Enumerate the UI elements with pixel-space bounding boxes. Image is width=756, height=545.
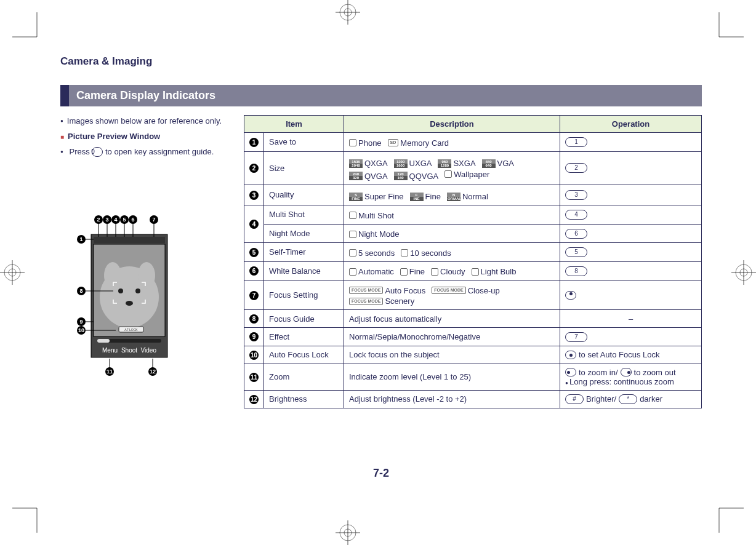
table-row: 12BrightnessAdjust brightness (Level -2 … xyxy=(244,390,702,408)
row-operation: 5 xyxy=(560,243,702,262)
table-row: 3QualitySFINE Super FineFINE FineNORMAL … xyxy=(244,185,702,205)
row-number: 5 xyxy=(244,243,264,262)
svg-text:Menu: Menu xyxy=(102,347,118,354)
row-number: 3 xyxy=(244,185,264,205)
table-row: 1Save to PhoneSD Memory Card1 xyxy=(244,133,702,152)
table-row: 8Focus GuideAdjust focus automatically– xyxy=(244,310,702,328)
keypad-key: 4 xyxy=(565,210,587,220)
row-operation: 3 xyxy=(560,185,702,205)
row-item: Multi Shot xyxy=(264,205,344,225)
chapter-title: Camera & Imaging xyxy=(60,55,702,68)
svg-text:5: 5 xyxy=(123,217,126,223)
row-number: 4 xyxy=(244,205,264,243)
row-operation: 7 xyxy=(560,328,702,346)
table-row: 7Focus SettingFOCUS MODE Auto FocusFOCUS… xyxy=(244,280,702,310)
svg-text:9: 9 xyxy=(79,319,82,325)
row-item: Effect xyxy=(264,328,344,346)
row-operation: 1 xyxy=(560,133,702,152)
note-reference: Images shown below are for reference onl… xyxy=(60,115,233,128)
row-description: Indicate zoom level (Level 1 to 25) xyxy=(344,364,560,390)
row-item: Auto Focus Lock xyxy=(264,346,344,364)
svg-point-15 xyxy=(740,269,747,276)
left-column: Images shown below are for reference onl… xyxy=(60,115,233,408)
row-operation: # Brighter/* darker xyxy=(560,390,702,408)
preview-diagram: AF LOCK Menu Shoot Video 2 3 4 5 6 7 xyxy=(60,205,233,377)
row-number: 8 xyxy=(244,310,264,328)
section-title: Camera Display Indicators xyxy=(69,85,702,106)
nav-key-icon xyxy=(565,351,576,359)
keypad-key: 1 xyxy=(565,137,587,147)
row-operation xyxy=(560,280,702,310)
row-item: Self-Timer xyxy=(264,243,344,262)
page-number: 7-2 xyxy=(60,467,702,480)
manual-page: Camera & Imaging Camera Display Indicato… xyxy=(60,55,702,486)
svg-text:8: 8 xyxy=(79,288,82,294)
table-row: 11ZoomIndicate zoom level (Level 1 to 25… xyxy=(244,364,702,390)
row-description: Night Mode xyxy=(344,224,560,243)
row-operation: 2 xyxy=(560,151,702,185)
keypad-key: * xyxy=(619,394,637,404)
section-heading: Camera Display Indicators xyxy=(60,85,702,106)
svg-text:Video: Video xyxy=(141,347,157,354)
row-number: 12 xyxy=(244,390,264,408)
nav-key-icon xyxy=(565,368,576,376)
row-description: Normal/Sepia/Monochrome/Negative xyxy=(344,328,560,346)
keypad-key: 7 xyxy=(565,332,587,342)
row-number: 2 xyxy=(244,151,264,185)
row-item: Quality xyxy=(264,185,344,205)
row-number: 9 xyxy=(244,328,264,346)
row-description: PhoneSD Memory Card xyxy=(344,133,560,152)
svg-point-31 xyxy=(126,301,133,306)
svg-text:2: 2 xyxy=(97,217,100,223)
svg-point-27 xyxy=(104,262,121,289)
svg-text:10: 10 xyxy=(78,327,84,333)
th-operation: Operation xyxy=(560,116,702,133)
row-description: Multi Shot xyxy=(344,205,560,225)
svg-point-14 xyxy=(736,265,752,280)
svg-text:11: 11 xyxy=(107,368,113,375)
row-description: SFINE Super FineFINE FineNORMAL Normal xyxy=(344,185,560,205)
svg-point-2 xyxy=(340,4,356,20)
row-item: Focus Guide xyxy=(264,310,344,328)
indicator-table-wrapper: Item Description Operation 1Save to Phon… xyxy=(244,115,702,408)
svg-text:7: 7 xyxy=(152,217,155,223)
svg-point-10 xyxy=(4,265,20,280)
row-number: 11 xyxy=(244,364,264,390)
keypad-key: 2 xyxy=(565,163,587,173)
row-operation: 4 xyxy=(560,205,702,225)
subheading-picture-preview: Picture Preview Window xyxy=(60,130,233,143)
svg-rect-36 xyxy=(97,339,110,343)
svg-text:AF LOCK: AF LOCK xyxy=(124,328,138,332)
svg-text:4: 4 xyxy=(114,217,117,223)
row-description: 5 seconds 10 seconds xyxy=(344,243,560,262)
svg-point-28 xyxy=(138,262,155,289)
svg-point-11 xyxy=(9,269,16,276)
table-row: 5Self-Timer 5 seconds 10 seconds5 xyxy=(244,243,702,262)
th-description: Description xyxy=(344,116,560,133)
row-item: Brightness xyxy=(264,390,344,408)
row-description: Adjust focus automatically xyxy=(344,310,560,328)
section-accent xyxy=(60,85,69,106)
row-description: Lock focus on the subject xyxy=(344,346,560,364)
row-item: Focus Setting xyxy=(264,280,344,310)
th-item: Item xyxy=(244,116,344,133)
row-number: 10 xyxy=(244,346,264,364)
keypad-key: 8 xyxy=(565,266,587,276)
row-description: FOCUS MODE Auto FocusFOCUS MODE Close-up… xyxy=(344,280,560,310)
keypad-key: 5 xyxy=(565,247,587,257)
row-description: 15362048 QXGA12001600 UXGA9601280 SXGA48… xyxy=(344,151,560,185)
svg-point-7 xyxy=(344,529,352,536)
row-operation: – xyxy=(560,310,702,328)
indicator-table: Item Description Operation 1Save to Phon… xyxy=(244,115,702,408)
svg-point-29 xyxy=(118,288,123,293)
svg-text:6: 6 xyxy=(131,217,134,223)
svg-rect-32 xyxy=(94,237,165,243)
row-number: 7 xyxy=(244,280,264,310)
row-item: Size xyxy=(264,151,344,185)
table-row: 10Auto Focus LockLock focus on the subje… xyxy=(244,346,702,364)
row-item: White Balance xyxy=(264,261,344,280)
keypad-key: # xyxy=(565,394,584,404)
svg-point-30 xyxy=(135,288,140,293)
svg-text:1: 1 xyxy=(79,236,82,242)
key-zero: 0 xyxy=(92,147,103,157)
